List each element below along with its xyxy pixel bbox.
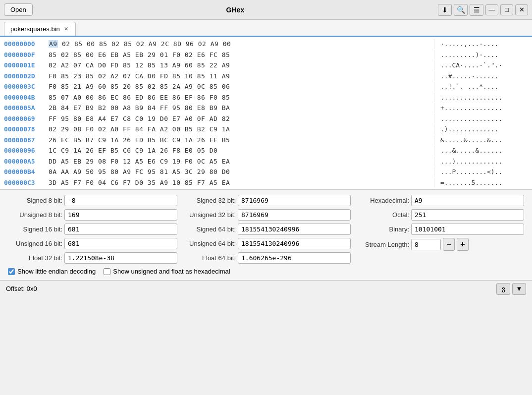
- hex-row[interactable]: 00000069 FF 95 80 E8 A4 E7 C8 C0 19 D0 E…: [0, 113, 532, 124]
- plus-button[interactable]: +: [457, 238, 469, 251]
- unsigned32-label: Unsigned 32 bit:: [181, 211, 236, 219]
- close-button[interactable]: ✕: [515, 4, 528, 15]
- signed32-label: Signed 32 bit:: [181, 197, 236, 204]
- tab-close-icon[interactable]: ✕: [63, 26, 69, 32]
- hex-row-data: Hexadecimal:: [355, 195, 524, 206]
- signed8-label: Signed 8 bit:: [8, 197, 62, 204]
- hex-row[interactable]: 000000A5 DD A5 EB 29 08 F0 12 A5 E6 C9 1…: [0, 156, 532, 167]
- unsigned16-label: Unsigned 16 bit:: [8, 240, 62, 247]
- unsigned32-row: Unsigned 32 bit:: [181, 209, 351, 221]
- open-button[interactable]: Open: [4, 3, 33, 16]
- little-endian-label: Show little endian decoding: [17, 268, 96, 275]
- unsigned8-input[interactable]: [64, 209, 177, 221]
- hex-addr: 00000069: [4, 114, 49, 124]
- binary-input[interactable]: [411, 224, 524, 235]
- unsigned64-input[interactable]: [238, 238, 351, 249]
- data-panel: Signed 8 bit: Unsigned 8 bit: Signed 16 …: [0, 189, 532, 280]
- float32-input[interactable]: [64, 252, 177, 264]
- plus-icon: +: [460, 240, 465, 249]
- hex-row[interactable]: 0000004B 85 07 A0 00 86 EC 86 ED 86 EE 8…: [0, 92, 532, 103]
- hex-bytes: 85 02 85 00 E6 EB A5 EB 29 01 F0 02 E6 F…: [49, 50, 430, 60]
- hex-input[interactable]: [411, 195, 524, 206]
- unsigned16-row: Unsigned 16 bit:: [8, 238, 177, 249]
- unsigned32-input[interactable]: [238, 209, 351, 221]
- hex-row[interactable]: 0000005A 2B 84 E7 B9 B2 00 A8 B9 84 FF 9…: [0, 103, 532, 113]
- hex-row[interactable]: 00000087 26 EC B5 B7 C9 1A 26 ED B5 BC C…: [0, 135, 532, 146]
- hex-addr: 0000002D: [4, 71, 49, 81]
- input-mode-button[interactable]: ვ: [496, 283, 510, 295]
- search-button[interactable]: 🔍: [454, 4, 468, 16]
- stream-length-input[interactable]: [411, 239, 441, 250]
- hex-ascii: ................: [434, 114, 528, 124]
- hex-row[interactable]: 00000000 A9 02 85 00 85 02 85 02 A9 2C 8…: [0, 39, 532, 50]
- signed8-row: Signed 8 bit:: [8, 195, 177, 206]
- hex-addr: 0000003C: [4, 82, 49, 92]
- hex-ascii: ..!.`. ...*....: [434, 82, 528, 92]
- float32-row: Float 32 bit:: [8, 252, 177, 264]
- binary-label: Binary:: [355, 226, 409, 233]
- checkbox-row: Show little endian decoding Show unsigne…: [8, 268, 524, 275]
- hex-row[interactable]: 00000078 02 29 08 F0 02 A0 FF 84 FA A2 0…: [0, 124, 532, 135]
- hex-row[interactable]: 00000096 1C C9 1A 26 EF B5 C6 C9 1A 26 F…: [0, 145, 532, 156]
- hex-ascii: ...&.....&......: [434, 146, 528, 156]
- hex-bytes: F0 85 23 85 02 A2 07 CA D0 FD 85 10 85 1…: [49, 71, 430, 81]
- hex-row[interactable]: 0000003C F0 85 21 A9 60 85 20 85 02 85 2…: [0, 81, 532, 92]
- hex-row[interactable]: 0000000F 85 02 85 00 E6 EB A5 EB 29 01 F…: [0, 50, 532, 60]
- hex-ascii: ...CA·....·`.".·: [434, 60, 528, 70]
- menu-icon: ☰: [474, 6, 480, 14]
- minus-button[interactable]: −: [443, 238, 455, 251]
- hex-addr: 0000001E: [4, 60, 49, 70]
- float64-label: Float 64 bit:: [181, 254, 236, 262]
- little-endian-checkbox-label[interactable]: Show little endian decoding: [8, 268, 96, 275]
- signed16-label: Signed 16 bit:: [8, 226, 62, 233]
- hex-ascii: &.....&.....&...: [434, 135, 528, 145]
- menu-button[interactable]: ☰: [470, 4, 483, 16]
- hex-ascii: =.......5.......: [434, 178, 528, 188]
- hex-bytes: A9 02 85 00 85 02 85 02 A9 2C 8D 96 02 A…: [49, 39, 430, 49]
- float32-label: Float 32 bit:: [8, 254, 62, 262]
- status-bar: Offset: 0x0 ვ ▼: [0, 280, 532, 297]
- unsigned-hex-checkbox-label[interactable]: Show unsigned and float as hexadecimal: [104, 268, 230, 275]
- signed8-input[interactable]: [64, 195, 177, 206]
- tab-pokersquares[interactable]: pokersquares.bin ✕: [4, 22, 76, 36]
- hex-bytes: FF 95 80 E8 A4 E7 C8 C0 19 D0 E7 A0 0F A…: [49, 114, 430, 124]
- hex-label: Hexadecimal:: [355, 197, 409, 204]
- hex-ascii: ................: [434, 93, 528, 103]
- little-endian-checkbox[interactable]: [8, 268, 15, 275]
- signed16-input[interactable]: [64, 224, 177, 235]
- hex-addr: 00000096: [4, 146, 49, 156]
- scroll-down-button[interactable]: ▼: [512, 283, 526, 295]
- float64-input[interactable]: [238, 252, 351, 264]
- hex-row[interactable]: 000000B4 0A AA A9 50 95 80 A9 FC 95 81 A…: [0, 167, 532, 177]
- hex-ascii: ...)............: [434, 157, 528, 167]
- unsigned64-label: Unsigned 64 bit:: [181, 240, 236, 247]
- signed32-input[interactable]: [238, 195, 351, 206]
- hex-ascii: ...P........<)..: [434, 167, 528, 177]
- hex-row[interactable]: 0000002D F0 85 23 85 02 A2 07 CA D0 FD 8…: [0, 71, 532, 82]
- signed64-input[interactable]: [238, 224, 351, 235]
- unsigned8-label: Unsigned 8 bit:: [8, 211, 62, 219]
- hex-addr: 0000004B: [4, 93, 49, 103]
- input-mode-icon: ვ: [502, 285, 505, 292]
- hex-addr: 0000000F: [4, 50, 49, 60]
- tab-bar: pokersquares.bin ✕: [0, 20, 532, 37]
- app-title: GHex: [226, 6, 245, 14]
- hex-ascii: ·.....,...·....: [434, 39, 528, 49]
- minimize-icon: —: [489, 6, 495, 13]
- float64-row: Float 64 bit:: [181, 252, 351, 264]
- unsigned-hex-checkbox[interactable]: [104, 268, 110, 275]
- hex-addr: 00000087: [4, 135, 49, 145]
- octal-row: Octal:: [355, 209, 524, 221]
- hex-row[interactable]: 000000C3 3D A5 F7 F0 04 C6 F7 D0 35 A9 1…: [0, 177, 532, 188]
- tab-label: pokersquares.bin: [10, 25, 60, 33]
- maximize-button[interactable]: □: [500, 4, 513, 15]
- hex-bytes: 2B 84 E7 B9 B2 00 A8 B9 84 FF 95 80 E8 B…: [49, 103, 430, 113]
- hex-row[interactable]: 0000001E 02 A2 07 CA D0 FD 85 12 85 13 A…: [0, 60, 532, 71]
- hex-bytes: 02 29 08 F0 02 A0 FF 84 FA A2 00 B5 B2 C…: [49, 124, 430, 134]
- unsigned16-input[interactable]: [64, 238, 177, 249]
- minimize-button[interactable]: —: [485, 4, 498, 15]
- signed32-row: Signed 32 bit:: [181, 195, 351, 206]
- scroll-down-icon: ▼: [516, 285, 523, 292]
- octal-input[interactable]: [411, 209, 524, 221]
- download-button[interactable]: ⬇: [438, 4, 452, 16]
